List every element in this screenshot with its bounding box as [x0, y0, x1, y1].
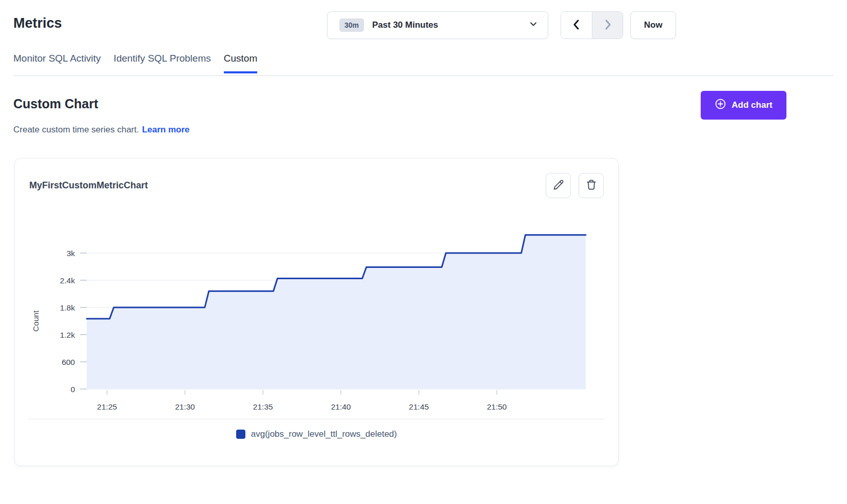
edit-chart-button[interactable]: [546, 173, 571, 198]
svg-text:21:30: 21:30: [175, 402, 195, 411]
chevron-right-icon: [603, 19, 613, 32]
svg-text:3k: 3k: [67, 249, 75, 258]
tab-monitor-sql-activity[interactable]: Monitor SQL Activity: [13, 53, 101, 73]
time-controls: 30m Past 30 Minutes Now: [327, 11, 676, 39]
svg-text:21:50: 21:50: [487, 402, 507, 411]
pencil-icon: [553, 179, 564, 192]
tab-identify-sql-problems[interactable]: Identify SQL Problems: [113, 53, 210, 73]
svg-text:21:45: 21:45: [409, 402, 429, 411]
svg-text:600: 600: [62, 358, 75, 366]
chart-card-actions: [546, 173, 604, 198]
add-chart-label: Add chart: [732, 100, 772, 110]
svg-text:21:35: 21:35: [253, 402, 273, 411]
time-step-buttons: [561, 11, 623, 39]
legend-swatch: [236, 430, 245, 439]
time-range-badge: 30m: [339, 18, 364, 32]
chart-title: MyFirstCustomMetricChart: [29, 180, 148, 191]
custom-chart-canvas: 06001.2k1.8k2.4k3k21:2521:3021:3521:4021…: [15, 203, 619, 419]
metrics-page: Metrics 30m Past 30 Minutes Now Monitor: [0, 0, 847, 504]
page-title: Metrics: [13, 15, 62, 31]
chevron-left-icon: [571, 19, 582, 32]
plus-circle-icon: [715, 98, 726, 112]
learn-more-link[interactable]: Learn more: [142, 125, 190, 134]
svg-text:1.8k: 1.8k: [60, 303, 75, 312]
chart-plot-area: 06001.2k1.8k2.4k3k21:2521:3021:3521:4021…: [15, 203, 618, 419]
now-button[interactable]: Now: [630, 11, 676, 39]
svg-text:21:25: 21:25: [97, 402, 117, 411]
chart-legend: avg(jobs_row_level_ttl_rows_deleted): [15, 419, 618, 439]
time-forward-button[interactable]: [592, 12, 623, 38]
tab-custom[interactable]: Custom: [224, 53, 257, 73]
svg-text:0: 0: [70, 385, 75, 394]
chart-card-header: MyFirstCustomMetricChart: [15, 173, 618, 198]
tabs-divider: [13, 75, 834, 76]
time-range-label: Past 30 Minutes: [372, 20, 529, 30]
svg-text:1.2k: 1.2k: [60, 331, 75, 339]
trash-icon: [586, 179, 597, 192]
section-description: Create custom time series chart.Learn mo…: [13, 125, 189, 135]
svg-text:21:40: 21:40: [331, 402, 351, 411]
chart-card: MyFirstCustomMetricChart 06001.2k1.8k2.4…: [14, 158, 619, 466]
legend-label: avg(jobs_row_level_ttl_rows_deleted): [251, 429, 397, 439]
section-title: Custom Chart: [13, 96, 98, 111]
section-description-text: Create custom time series chart.: [13, 125, 139, 134]
svg-text:2.4k: 2.4k: [60, 276, 75, 285]
time-range-selector[interactable]: 30m Past 30 Minutes: [327, 11, 548, 39]
time-back-button[interactable]: [561, 12, 592, 38]
add-chart-button[interactable]: Add chart: [701, 91, 786, 120]
delete-chart-button[interactable]: [579, 173, 604, 198]
svg-text:Count: Count: [31, 310, 40, 332]
chevron-down-icon: [529, 20, 537, 30]
metrics-tabs: Monitor SQL Activity Identify SQL Proble…: [13, 53, 257, 73]
